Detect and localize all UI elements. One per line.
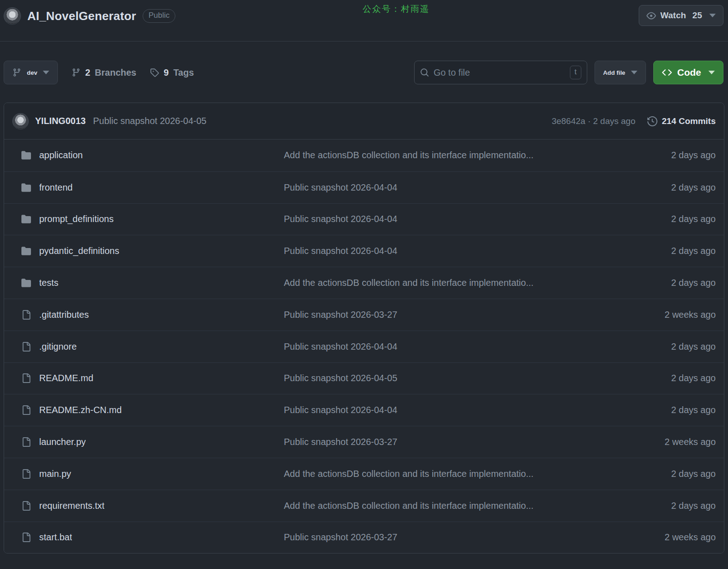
table-row[interactable]: main.py Add the actionsDB collection and… (4, 458, 724, 490)
repo-owner-avatar[interactable] (4, 7, 21, 25)
code-icon (662, 67, 672, 78)
branches-count: 2 (85, 67, 90, 78)
commit-author[interactable]: YILING0013 (35, 116, 86, 126)
commit-message[interactable]: Add the actionsDB collection and its int… (284, 150, 629, 160)
tags-label: Tags (173, 67, 194, 78)
commit-message[interactable]: Add the actionsDB collection and its int… (284, 469, 629, 479)
file-name[interactable]: launcher.py (39, 437, 86, 447)
commit-message[interactable]: Public snapshot 2026-04-04 (284, 214, 629, 224)
table-row[interactable]: README.zh-CN.md Public snapshot 2026-04-… (4, 394, 724, 426)
commit-date: 2 weeks ago (629, 310, 716, 320)
table-row[interactable]: .gitignore Public snapshot 2026-04-04 2 … (4, 331, 724, 362)
commit-message[interactable]: Public snapshot 2026-04-04 (284, 182, 629, 193)
table-row[interactable]: requirements.txt Add the actionsDB colle… (4, 490, 724, 522)
visibility-badge: Public (143, 9, 175, 22)
chevron-down-icon (43, 71, 49, 74)
commit-message[interactable]: Public snapshot 2026-03-27 (284, 437, 629, 447)
file-name[interactable]: frontend (39, 182, 72, 193)
latest-commit-message[interactable]: Public snapshot 2026-04-05 (93, 116, 206, 126)
go-to-file-search[interactable]: t (414, 61, 587, 84)
latest-commit-bar: YILING0013 Public snapshot 2026-04-05 3e… (4, 103, 724, 140)
code-button[interactable]: Code (653, 61, 724, 84)
file-name[interactable]: README.md (39, 373, 93, 383)
repo-header: AI_NovelGenerator Public 公众号：村雨遥 Watch 2… (0, 0, 728, 41)
folder-icon (21, 278, 31, 288)
table-row[interactable]: tests Add the actionsDB collection and i… (4, 267, 724, 299)
commit-date: 2 days ago (629, 278, 716, 288)
commit-message[interactable]: Public snapshot 2026-03-27 (284, 532, 629, 543)
commit-message[interactable]: Public snapshot 2026-04-05 (284, 373, 629, 383)
file-name[interactable]: prompt_definitions (39, 214, 113, 224)
branches-label: Branches (95, 67, 136, 78)
watch-label: Watch (661, 10, 686, 21)
file-icon (21, 373, 31, 383)
table-row[interactable]: application Add the actionsDB collection… (4, 140, 724, 171)
commit-message[interactable]: Public snapshot 2026-04-04 (284, 405, 629, 415)
repo-title[interactable]: AI_NovelGenerator (27, 9, 136, 23)
file-name[interactable]: requirements.txt (39, 501, 104, 511)
commit-message[interactable]: Public snapshot 2026-04-04 (284, 246, 629, 256)
folder-icon (21, 150, 31, 160)
file-table: YILING0013 Public snapshot 2026-04-05 3e… (4, 103, 724, 553)
commit-date: 2 weeks ago (629, 437, 716, 447)
file-name[interactable]: application (39, 150, 83, 160)
file-icon (21, 310, 31, 320)
table-row[interactable]: pydantic_definitions Public snapshot 202… (4, 235, 724, 267)
commit-date: 2 days ago (629, 246, 716, 256)
file-icon (21, 469, 31, 479)
table-row[interactable]: prompt_definitions Public snapshot 2026-… (4, 203, 724, 235)
file-name[interactable]: tests (39, 278, 58, 288)
chevron-down-icon (709, 14, 716, 17)
commit-date: 2 days ago (629, 501, 716, 511)
file-icon (21, 405, 31, 415)
commit-date: 2 days ago (629, 182, 716, 193)
file-name[interactable]: main.py (39, 469, 71, 479)
add-file-button[interactable]: Add file (595, 61, 646, 84)
commit-date: 2 days ago (629, 373, 716, 383)
commit-history-link[interactable]: 214 Commits (647, 116, 716, 126)
file-icon (21, 437, 31, 447)
commit-date: 2 days ago (629, 405, 716, 415)
commit-sha-time[interactable]: 3e8642a · 2 days ago (552, 116, 636, 126)
file-icon (21, 501, 31, 511)
code-label: Code (677, 67, 702, 78)
file-name[interactable]: .gitattributes (39, 310, 89, 320)
file-name[interactable]: README.zh-CN.md (39, 405, 122, 415)
commit-date: 2 days ago (629, 214, 716, 224)
history-icon (647, 116, 657, 126)
search-shortcut-hint: t (570, 66, 581, 79)
file-name[interactable]: .gitignore (39, 341, 77, 352)
table-row[interactable]: start.bat Public snapshot 2026-03-27 2 w… (4, 522, 724, 553)
commit-message[interactable]: Add the actionsDB collection and its int… (284, 501, 629, 511)
search-input[interactable] (434, 67, 565, 78)
file-name[interactable]: pydantic_definitions (39, 246, 119, 256)
file-icon (21, 342, 31, 352)
table-row[interactable]: README.md Public snapshot 2026-04-05 2 d… (4, 362, 724, 394)
commit-message[interactable]: Public snapshot 2026-04-04 (284, 341, 629, 352)
commit-date: 2 days ago (629, 341, 716, 352)
table-row[interactable]: .gitattributes Public snapshot 2026-03-2… (4, 299, 724, 331)
watch-button[interactable]: Watch 25 (639, 5, 723, 26)
file-name[interactable]: start.bat (39, 532, 72, 543)
commit-date: 2 weeks ago (629, 532, 716, 543)
table-row[interactable]: launcher.py Public snapshot 2026-03-27 2… (4, 426, 724, 458)
tags-link[interactable]: 9 Tags (150, 67, 194, 78)
commit-author-avatar[interactable] (12, 113, 29, 129)
commit-message[interactable]: Public snapshot 2026-03-27 (284, 310, 629, 320)
table-row[interactable]: frontend Public snapshot 2026-04-04 2 da… (4, 171, 724, 203)
branches-link[interactable]: 2 Branches (72, 67, 136, 78)
file-icon (21, 533, 31, 542)
eye-icon (646, 11, 656, 21)
commit-message[interactable]: Add the actionsDB collection and its int… (284, 278, 629, 288)
search-icon (420, 68, 429, 77)
repo-toolbar: dev 2 Branches 9 Tags t Add file Code (4, 61, 723, 84)
tags-count: 9 (164, 67, 169, 78)
commit-date: 2 days ago (629, 150, 716, 160)
commits-count: 214 Commits (662, 116, 716, 126)
branch-selector[interactable]: dev (4, 61, 58, 84)
watermark-text: 公众号：村雨遥 (363, 3, 430, 15)
watch-count: 25 (692, 10, 702, 21)
git-branch-icon (72, 68, 81, 77)
folder-icon (21, 183, 31, 192)
file-table-body: application Add the actionsDB collection… (4, 140, 724, 553)
